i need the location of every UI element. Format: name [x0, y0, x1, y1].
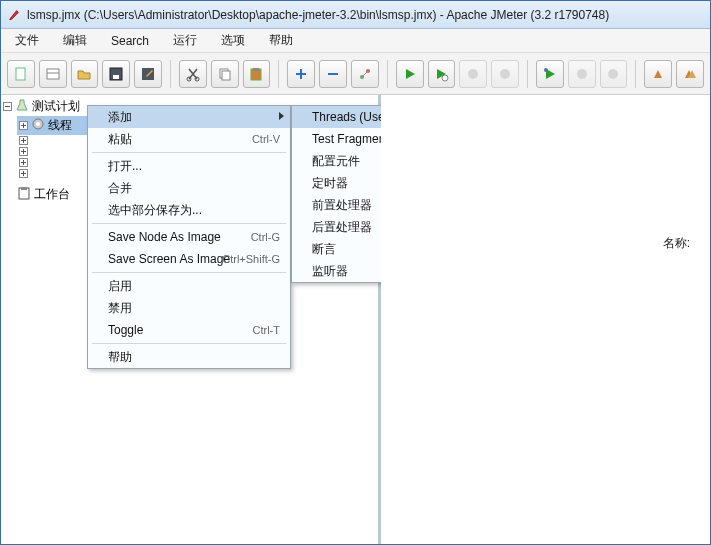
tb-cut[interactable]	[179, 60, 207, 88]
collapse-icon[interactable]	[3, 102, 12, 111]
tb-clear[interactable]	[644, 60, 672, 88]
tb-sep	[170, 60, 171, 88]
ctx-help[interactable]: 帮助	[88, 346, 290, 368]
tb-shutdown[interactable]	[491, 60, 519, 88]
gear-icon	[31, 117, 45, 134]
tb-expand[interactable]	[287, 60, 315, 88]
tb-open[interactable]	[71, 60, 99, 88]
tb-start[interactable]	[396, 60, 424, 88]
workbench-label: 工作台	[34, 186, 70, 203]
tb-save-as[interactable]	[134, 60, 162, 88]
ctx-open[interactable]: 打开...	[88, 155, 290, 177]
ctx-paste[interactable]: 粘贴Ctrl-V	[88, 128, 290, 150]
menu-edit[interactable]: 编辑	[55, 30, 95, 51]
tb-collapse[interactable]	[319, 60, 347, 88]
flask-icon	[15, 98, 29, 115]
tb-start-no-timers[interactable]	[428, 60, 456, 88]
ctx-disable[interactable]: 禁用	[88, 297, 290, 319]
tb-sep	[527, 60, 528, 88]
ctx-merge[interactable]: 合并	[88, 177, 290, 199]
svg-point-18	[442, 75, 448, 81]
expand-icon[interactable]	[19, 121, 28, 130]
svg-rect-4	[113, 75, 119, 79]
tb-sep	[387, 60, 388, 88]
svg-point-23	[608, 69, 618, 79]
menu-run[interactable]: 运行	[165, 30, 205, 51]
tb-remote-stop[interactable]	[568, 60, 596, 88]
tb-stop[interactable]	[459, 60, 487, 88]
tree-pane: 测试计划 线程	[1, 95, 381, 545]
toolbar	[1, 53, 710, 95]
menu-search[interactable]: Search	[103, 32, 157, 50]
svg-rect-27	[21, 187, 27, 190]
clipboard-icon	[17, 186, 31, 203]
svg-point-22	[577, 69, 587, 79]
tb-remote-shutdown[interactable]	[600, 60, 628, 88]
svg-point-20	[500, 69, 510, 79]
ctx-add[interactable]: 添加	[88, 106, 290, 128]
tb-copy[interactable]	[211, 60, 239, 88]
expand-icon[interactable]	[19, 147, 28, 156]
tb-sep	[635, 60, 636, 88]
expand-icon[interactable]	[19, 136, 28, 145]
expand-icon[interactable]	[19, 158, 28, 167]
tb-templates[interactable]	[39, 60, 67, 88]
name-label: 名称:	[663, 235, 690, 252]
menu-separator	[92, 272, 286, 273]
chevron-right-icon	[279, 112, 284, 120]
app-icon	[7, 8, 21, 22]
tb-sep	[278, 60, 279, 88]
tb-toggle[interactable]	[351, 60, 379, 88]
tb-new[interactable]	[7, 60, 35, 88]
testplan-label: 测试计划	[32, 98, 80, 115]
menu-options[interactable]: 选项	[213, 30, 253, 51]
tb-paste[interactable]	[243, 60, 271, 88]
svg-point-25	[36, 122, 40, 126]
menu-bar: 文件 编辑 Search 运行 选项 帮助	[1, 29, 710, 53]
svg-point-21	[544, 68, 548, 72]
context-menu: 添加 粘贴Ctrl-V 打开... 合并 选中部分保存为... Save Nod…	[87, 105, 291, 369]
thread-label: 线程	[48, 117, 72, 134]
menu-separator	[92, 343, 286, 344]
menu-file[interactable]: 文件	[7, 30, 47, 51]
tb-save[interactable]	[102, 60, 130, 88]
app-window: lsmsp.jmx (C:\Users\Administrator\Deskto…	[0, 0, 711, 545]
svg-rect-1	[47, 69, 59, 79]
tb-remote-start[interactable]	[536, 60, 564, 88]
ctx-save-screen-image[interactable]: Save Screen As ImageCtrl+Shift-G	[88, 248, 290, 270]
expand-icon[interactable]	[19, 169, 28, 178]
svg-rect-9	[222, 71, 230, 80]
ctx-save-selection[interactable]: 选中部分保存为...	[88, 199, 290, 221]
ctx-enable[interactable]: 启用	[88, 275, 290, 297]
menu-separator	[92, 152, 286, 153]
svg-rect-0	[16, 68, 25, 80]
menu-help[interactable]: 帮助	[261, 30, 301, 51]
window-title: lsmsp.jmx (C:\Users\Administrator\Deskto…	[27, 8, 609, 22]
svg-point-19	[468, 69, 478, 79]
ctx-save-node-image[interactable]: Save Node As ImageCtrl-G	[88, 226, 290, 248]
ctx-toggle[interactable]: ToggleCtrl-T	[88, 319, 290, 341]
svg-rect-11	[253, 68, 259, 71]
menu-separator	[92, 223, 286, 224]
tb-clear-all[interactable]	[676, 60, 704, 88]
title-bar: lsmsp.jmx (C:\Users\Administrator\Deskto…	[1, 1, 710, 29]
svg-line-17	[362, 71, 368, 77]
content-area: 测试计划 线程	[1, 95, 710, 545]
details-pane: 名称:	[381, 95, 710, 545]
